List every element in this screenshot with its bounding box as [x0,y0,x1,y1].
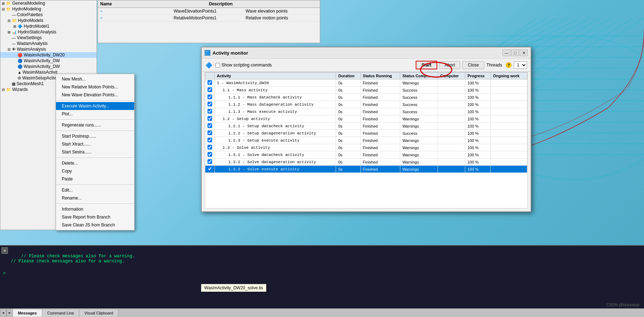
tree-item-hydromodels[interactable]: ⊟ 📁 HydroModels [0,18,97,23]
row-duration: 0s [336,151,360,158]
row-computer [438,144,465,151]
table-row-motion[interactable]: ≈ RelativeMotionPoints1 Relative motion … [98,15,320,22]
ctx-save-report[interactable]: Save Report from Branch [56,213,134,221]
row-checkbox[interactable] [207,116,212,121]
row-checkbox[interactable] [207,159,212,164]
threads-select[interactable]: 1 2 4 8 [514,61,527,69]
activity-row[interactable]: 1.3.1 - Solve datacheck activity 0s Fini… [205,151,527,158]
activity-table-container[interactable]: Activity Duration Status Running Status … [205,72,528,208]
activity-row[interactable]: 1 - WasimActivity_DW20 0s Finished Warni… [205,79,527,87]
activity-row[interactable]: 1.1.3 - Mass execute activity 0s Finishe… [205,108,527,115]
ctx-execute-wasim[interactable]: Execute Wasim Activity... [56,102,134,110]
tree-item-wasimactivity-dw2[interactable]: 🔵 WasimActivity_DW [0,64,97,69]
row-progress: 100 % [465,130,491,137]
row-status-comp: Warnings [400,158,438,166]
ctx-edit[interactable]: Edit... [56,186,134,194]
activity-row[interactable]: 1.3.3 - Solve execute activity 0s Finish… [205,166,527,173]
start-button[interactable]: Start [416,61,437,69]
tree-item-hydromodel1[interactable]: ⊞ 🔷 HydroModel1 [0,23,97,29]
activity-row[interactable]: 1.1 - Mass activity 0s Finished Success … [205,87,527,94]
activity-row[interactable]: 1.2 - Setup activity 0s Finished Warning… [205,115,527,123]
tree-item-colorpalettes[interactable]: — ColorPalettes [0,12,97,18]
help-icon[interactable]: ? [506,62,512,68]
right-table-panel: Name Description ≈ WaveElevationPoints1 … [98,0,320,43]
tree-item-generalmodeling[interactable]: ⊞ 📁 GeneralModeling [0,0,97,6]
scroll-right-arrow[interactable]: ► [6,309,13,317]
ctx-plot[interactable]: Plot... [56,110,134,118]
ctx-rename[interactable]: Rename... [56,194,134,202]
activity-row[interactable]: 1.3.2 - Solve datageneration activity 0s… [205,158,527,166]
bottom-close-button[interactable]: ✕ [1,247,8,254]
row-duration: 0s [336,94,360,101]
tab-messages[interactable]: Messages [13,309,42,317]
activity-row[interactable]: 1.1.2 - Mass datageneration activity 0s … [205,101,527,108]
tree-item-hydrostaticanalysis[interactable]: ⊞ 📊 HydroStaticAnalysis [0,29,97,35]
ctx-paste[interactable]: Paste [56,175,134,183]
row-checkbox[interactable] [207,123,212,128]
separator-5 [56,184,134,185]
row-checkbox[interactable] [207,80,212,85]
activity-row[interactable]: 1.2.2 - Setup datageneration activity 0s… [205,130,527,137]
separator-4 [56,157,134,158]
ctx-information[interactable]: Information [56,205,134,213]
abort-button[interactable]: Abort [439,61,461,69]
watermark: CSDN @Hulunbuir [607,303,640,307]
close-dialog-button[interactable]: Close [462,61,484,69]
row-status-comp: Warnings [400,79,438,87]
folder-icon: 📁 [6,1,11,6]
row-checkbox[interactable] [207,166,212,171]
expand-icon: ⊟ [2,7,6,11]
ctx-new-mesh[interactable]: New Mesh... [56,75,134,83]
ctx-start-xtract[interactable]: Start Xtract...... [56,140,134,148]
tree-item-wasimactivity-dw1[interactable]: 🔵 WasimActivity_DW [0,58,97,64]
tree-item-hydromodeling[interactable]: ⊟ 📁 HydroModeling [0,6,97,12]
activity-row[interactable]: 1.2.3 - Setup execute activity 0s Finish… [205,137,527,144]
row-ongoing [491,137,527,144]
activity-row[interactable]: 1.3 - Solve activity 0s Finished Warning… [205,144,527,151]
row-duration: 0s [336,115,360,123]
ctx-new-wave-elevation[interactable]: New Wave Elevation Points... [56,91,134,99]
col-duration: Duration [336,73,360,79]
row-checkbox[interactable] [207,102,212,106]
tab-visual-clipboard[interactable]: Visual Clipboard [79,309,118,317]
row-ongoing [491,151,527,158]
folder-icon: 📁 [6,87,11,92]
tree-item-wasimanalysis[interactable]: ⊟ 👁 WasimAnalysis [0,46,97,52]
row-checkbox[interactable] [207,145,212,150]
row-checkbox[interactable] [207,138,212,142]
item-icon: — [12,36,16,40]
ctx-delete[interactable]: Delete... [56,159,134,167]
minimize-button[interactable]: — [503,50,510,56]
ctx-start-postresp[interactable]: Start Postresp...... [56,132,134,140]
show-scripting-checkbox[interactable] [215,63,220,68]
row-duration: 0s [336,123,360,130]
row-checkbox[interactable] [207,95,212,99]
ctx-start-sestra[interactable]: Start Sestra...... [56,148,134,156]
scroll-left-arrow[interactable]: ◄ [0,309,6,317]
table-row-wave[interactable]: ≈ WaveElevationPoints1 Wave elevation po… [98,8,320,15]
tooltip-box: WasimActivity_DW20_solve.lis [201,284,266,292]
ctx-regenerate-runs[interactable]: Regenerate runs...... [56,121,134,129]
ctx-save-clean-js[interactable]: Save Clean JS from Branch [56,221,134,229]
show-scripting-label[interactable]: Show scripting commands [215,63,272,68]
console-prompt: > [3,271,5,276]
tree-item-wasimactivity-dw20[interactable]: 🔴 WasimActivity_DW20 [0,52,97,58]
tree-item-wadamanalysis[interactable]: — WadamAnalysis [0,41,97,46]
row-name: 1.3.2 - Solve datageneration activity [215,158,336,166]
row-status-comp: Warnings [400,151,438,158]
row-checkbox[interactable] [207,87,212,92]
tab-command-line[interactable]: Command Line [42,309,80,317]
ctx-new-relative-motion[interactable]: New Relative Motion Points... [56,83,134,91]
tree-item-viewsettings[interactable]: — ViewSettings [0,35,97,41]
row-description: Relative motion points [246,15,318,20]
activity-row[interactable]: 1.1.1 - Mass datacheck activity 0s Finis… [205,94,527,101]
ctx-copy[interactable]: Copy [56,167,134,175]
row-name: 1.1 - Mass activity [215,87,336,94]
activity-row[interactable]: 1.2.1 - Setup datacheck activity 0s Fini… [205,123,527,130]
close-button[interactable]: ✕ [520,50,528,56]
row-checkbox[interactable] [207,130,212,135]
row-checkbox-cell [205,137,215,144]
row-checkbox[interactable] [207,152,212,157]
row-checkbox[interactable] [207,109,212,114]
maximize-button[interactable]: □ [511,50,519,56]
